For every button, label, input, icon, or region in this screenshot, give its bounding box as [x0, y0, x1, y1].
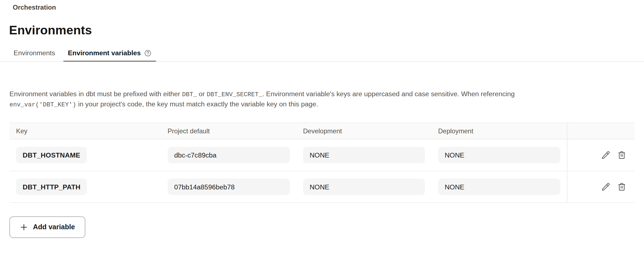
development-chip: NONE: [303, 179, 425, 195]
pencil-icon: [601, 182, 610, 191]
delete-variable-button[interactable]: [617, 151, 626, 160]
help-icon[interactable]: [144, 49, 152, 57]
column-header-deployment: Deployment: [432, 127, 567, 135]
breadcrumb: Orchestration: [13, 3, 644, 11]
table-row: DBT_HTTP_PATH 07bb14a8596beb78 NONE NONE: [10, 171, 635, 203]
description: Environment variables in dbt must be pre…: [10, 89, 586, 110]
column-header-project-default: Project default: [161, 127, 297, 135]
table-header-row: Key Project default Development Deployme…: [10, 123, 635, 139]
plus-icon: [20, 223, 28, 231]
variable-key-chip: DBT_HOSTNAME: [16, 147, 87, 163]
add-variable-button[interactable]: Add variable: [10, 217, 85, 238]
page-title: Environments: [9, 23, 644, 38]
table-body: DBT_HOSTNAME dbc-c7c89cba NONE NONE: [10, 139, 635, 203]
edit-variable-button[interactable]: [601, 151, 610, 160]
table-row: DBT_HOSTNAME dbc-c7c89cba NONE NONE: [10, 139, 635, 171]
deployment-chip: NONE: [438, 147, 561, 163]
variable-key-chip: DBT_HTTP_PATH: [16, 179, 87, 195]
trash-icon: [617, 182, 626, 191]
edit-variable-button[interactable]: [601, 182, 610, 191]
tab-bar: Environments Environment variables: [0, 47, 644, 62]
column-header-development: Development: [296, 127, 432, 135]
project-default-chip: 07bb14a8596beb78: [168, 179, 290, 195]
development-chip: NONE: [303, 147, 425, 163]
add-variable-label: Add variable: [33, 223, 75, 231]
tab-environments-label: Environments: [14, 49, 55, 57]
tab-environment-variables[interactable]: Environment variables: [63, 47, 156, 62]
environment-variables-table: Key Project default Development Deployme…: [10, 123, 635, 203]
project-default-chip: dbc-c7c89cba: [168, 147, 290, 163]
page: Orchestration Environments Environments …: [0, 3, 644, 254]
pencil-icon: [601, 151, 610, 160]
delete-variable-button[interactable]: [617, 182, 626, 191]
column-header-actions: [567, 123, 635, 139]
deployment-chip: NONE: [438, 179, 561, 195]
trash-icon: [617, 151, 626, 160]
column-header-key: Key: [10, 127, 161, 135]
tab-environments[interactable]: Environments: [9, 47, 60, 62]
tab-environment-variables-label: Environment variables: [68, 49, 141, 57]
